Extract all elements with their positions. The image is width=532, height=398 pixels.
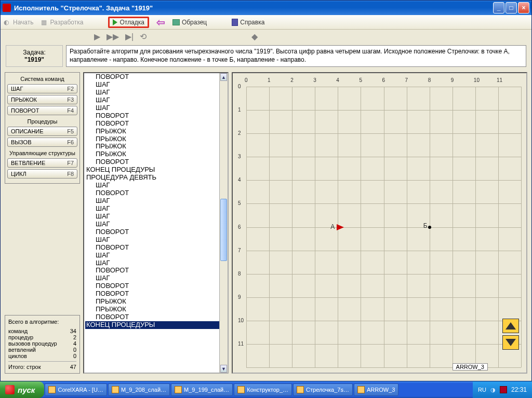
- code-line[interactable]: ПОВОРОТ: [85, 228, 227, 236]
- code-line[interactable]: ПРЫЖОК: [85, 150, 227, 158]
- code-scrollbar[interactable]: ▲ ▼: [219, 73, 228, 373]
- windows-icon: [5, 385, 15, 394]
- tray-icon[interactable]: ◑: [490, 387, 496, 393]
- minimize-button[interactable]: _: [493, 2, 504, 13]
- code-line[interactable]: ПОВОРОТ: [85, 290, 227, 298]
- commands-panel: Система команд ШАГF2 ПРЫЖОКF3 ПОВОРОТF4 …: [5, 72, 80, 184]
- grid-down-button[interactable]: [502, 335, 519, 350]
- axis-x-label: 5: [359, 77, 362, 83]
- taskbar-item-icon: [357, 386, 365, 393]
- play-step-icon[interactable]: ▶: [94, 32, 100, 42]
- maximize-button[interactable]: □: [506, 2, 517, 13]
- taskbar-item[interactable]: CorelXARA - [U…: [45, 383, 107, 396]
- code-line[interactable]: ПРЫЖОК: [85, 143, 227, 150]
- taskbar-item[interactable]: Стрелочка_7s…: [293, 383, 353, 396]
- close-button[interactable]: ×: [518, 2, 529, 13]
- code-line[interactable]: ПОВОРОТ: [85, 282, 227, 290]
- code-line[interactable]: ПОВОРОТ: [85, 112, 227, 120]
- cmd-jump-button[interactable]: ПРЫЖОКF3: [7, 95, 77, 104]
- kaspersky-icon[interactable]: [500, 386, 507, 393]
- code-line[interactable]: ШАГ: [85, 104, 227, 112]
- code-line[interactable]: ШАГ: [85, 182, 227, 189]
- code-line[interactable]: ШАГ: [85, 275, 227, 282]
- controls-title: Управляющие структуры: [7, 150, 77, 156]
- cmd-loop-button[interactable]: ЦИКЛF8: [7, 169, 77, 179]
- start-label: пуск: [18, 386, 35, 394]
- axis-y-label: 11: [238, 341, 244, 347]
- axis-x-label: 2: [290, 77, 294, 83]
- menu-start[interactable]: ◐ Начать: [4, 19, 34, 26]
- menu-debug[interactable]: Отладка: [108, 17, 149, 28]
- code-line[interactable]: ПРЫЖОК: [85, 128, 227, 135]
- menu-develop[interactable]: ▦ Разработка: [41, 19, 84, 26]
- code-line[interactable]: ПОВОРОТ: [85, 189, 227, 197]
- taskbar-item[interactable]: Конструктор_…: [234, 383, 292, 396]
- sample-icon: [172, 19, 180, 25]
- playback-toolbar: ▶ ▶▶ ▶| ⟲ ◆: [1, 30, 531, 43]
- code-line[interactable]: ПОВОРОТ: [85, 120, 227, 128]
- code-line[interactable]: ШАГ: [85, 81, 227, 89]
- axis-x-label: 11: [497, 77, 502, 83]
- axis-y-label: 6: [238, 224, 241, 230]
- language-indicator[interactable]: RU: [478, 387, 486, 393]
- code-line[interactable]: ШАГ: [85, 89, 227, 97]
- code-line[interactable]: ПРЫЖОК: [85, 298, 227, 306]
- grid-up-button[interactable]: [502, 319, 519, 333]
- code-line[interactable]: ПРОЦЕДУРА ДЕВЯТЬ: [85, 174, 227, 182]
- code-line[interactable]: ШАГ: [85, 197, 227, 205]
- menu-sample[interactable]: Образец: [172, 19, 207, 26]
- code-line[interactable]: КОНЕЦ ПРОЦЕДУРЫ: [85, 166, 227, 174]
- task-label-box: Задача: "1919": [6, 45, 63, 67]
- play-fast-icon[interactable]: ▶▶: [107, 32, 119, 42]
- code-line[interactable]: ПОВОРОТ: [85, 73, 227, 81]
- taskbar-item-label: Стрелочка_7s…: [306, 387, 349, 393]
- code-line[interactable]: ШАГ: [85, 97, 227, 104]
- code-line[interactable]: ПОВОРОТ: [85, 158, 227, 166]
- menu-help[interactable]: Справка: [232, 19, 264, 26]
- scroll-up-icon[interactable]: ▲: [220, 73, 227, 81]
- axis-y-label: 10: [238, 318, 244, 323]
- taskbar-item[interactable]: ARROW_3: [354, 383, 398, 396]
- code-line[interactable]: ПОВОРОТ: [85, 244, 227, 252]
- cmd-turn-button[interactable]: ПОВОРОТF4: [7, 106, 77, 115]
- code-line[interactable]: ПРЫЖОК: [85, 306, 227, 313]
- titlebar: Исполнитель "Стрелочка". Задача "1919" _…: [1, 1, 531, 15]
- task-description: Разработайте алгоритм для рисования четы…: [66, 45, 526, 67]
- menu-develop-label: Разработка: [50, 19, 84, 26]
- code-line[interactable]: ПОВОРОТ: [85, 313, 227, 321]
- code-line[interactable]: ШАГ: [85, 252, 227, 259]
- axis-x-label: 4: [336, 77, 339, 83]
- cmd-call-button[interactable]: ВЫЗОВF6: [7, 138, 77, 147]
- taskbar-item-label: ARROW_3: [367, 387, 395, 393]
- cmd-branch-button[interactable]: ВЕТВЛЕНИЕF7: [7, 158, 77, 168]
- reset-icon[interactable]: ⟲: [140, 32, 147, 42]
- axis-y-label: 1: [238, 107, 241, 113]
- axis-y-label: 9: [238, 294, 241, 300]
- axis-x-label: 9: [451, 77, 454, 83]
- marker-icon[interactable]: ◆: [251, 32, 258, 42]
- code-line[interactable]: КОНЕЦ ПРОЦЕДУРЫ: [85, 321, 227, 329]
- axis-y-label: 2: [238, 130, 241, 136]
- play-icon: [113, 19, 117, 25]
- axis-y-label: 7: [238, 248, 241, 253]
- code-line[interactable]: ПРЫЖОК: [85, 135, 227, 143]
- taskbar-item[interactable]: М_9_208_слай…: [108, 383, 170, 396]
- cmd-describe-button[interactable]: ОПИСАНИЕF5: [7, 127, 77, 136]
- taskbar-item[interactable]: М_9_199_слай…: [171, 383, 233, 396]
- scroll-down-icon[interactable]: ▼: [220, 365, 227, 373]
- code-line[interactable]: ШАГ: [85, 236, 227, 244]
- play-end-icon[interactable]: ▶|: [125, 32, 134, 42]
- cmd-step-button[interactable]: ШАГF2: [7, 84, 77, 93]
- code-pane[interactable]: ПОВОРОТШАГШАГШАГШАГПОВОРОТПОВОРОТПРЫЖОКП…: [83, 72, 229, 374]
- taskbar-item-label: М_9_199_слай…: [184, 387, 229, 393]
- taskbar-item-label: М_9_208_слай…: [121, 387, 166, 393]
- menu-start-label: Начать: [13, 19, 34, 26]
- code-line[interactable]: ШАГ: [85, 221, 227, 228]
- code-line[interactable]: ШАГ: [85, 205, 227, 213]
- scroll-thumb[interactable]: [220, 199, 227, 261]
- code-line[interactable]: ШАГ: [85, 213, 227, 221]
- code-line[interactable]: ШАГ: [85, 259, 227, 267]
- taskbar: пуск CorelXARA - [U…М_9_208_слай…М_9_199…: [0, 381, 532, 398]
- code-line[interactable]: ПОВОРОТ: [85, 267, 227, 275]
- start-button[interactable]: пуск: [0, 381, 44, 398]
